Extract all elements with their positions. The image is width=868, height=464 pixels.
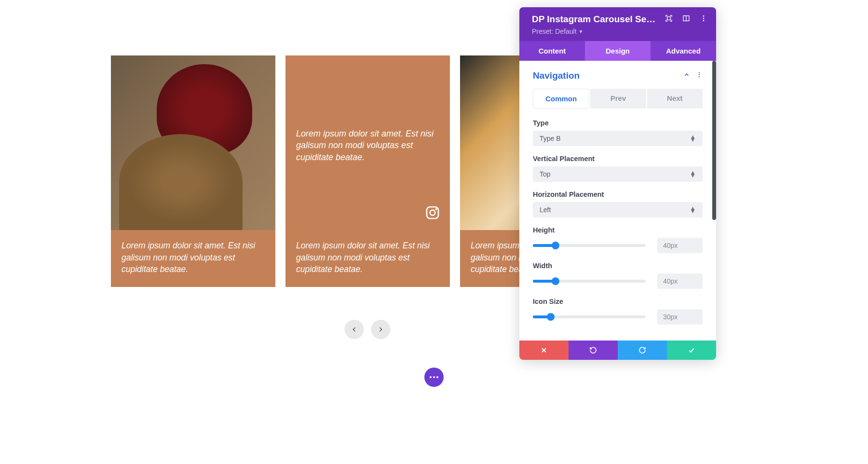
select-value: Type B xyxy=(540,135,561,142)
select-value: Top xyxy=(540,170,551,178)
tab-advanced[interactable]: Advanced xyxy=(651,41,716,61)
icon-size-value[interactable]: 30px xyxy=(657,309,703,325)
height-slider[interactable] xyxy=(533,244,646,247)
section-title: Navigation xyxy=(533,70,580,81)
subtab-next[interactable]: Next xyxy=(647,89,703,109)
slider-thumb[interactable] xyxy=(552,277,559,285)
kebab-icon[interactable] xyxy=(696,71,703,80)
fab-more-button[interactable] xyxy=(424,368,444,387)
svg-point-1 xyxy=(430,210,435,216)
more-icon xyxy=(430,376,438,378)
overlay-caption: Lorem ipsum dolor sit amet. Est nisi gal… xyxy=(296,128,439,163)
card-caption: Lorem ipsum dolor sit amet. Est nisi gal… xyxy=(460,230,522,287)
prev-button[interactable] xyxy=(345,320,364,339)
field-type: Type Type B ▲▼ xyxy=(533,119,703,146)
columns-icon[interactable] xyxy=(682,14,690,24)
panel-footer xyxy=(519,341,716,360)
icon-size-slider[interactable] xyxy=(533,315,646,318)
svg-point-8 xyxy=(703,20,705,21)
horizontal-placement-select[interactable]: Left ▲▼ xyxy=(533,202,703,218)
field-label: Horizontal Placement xyxy=(533,191,703,198)
close-button[interactable] xyxy=(519,341,569,360)
panel-tabs: Content Design Advanced xyxy=(519,41,716,61)
next-button[interactable] xyxy=(371,320,391,339)
card-image-overlay: Lorem ipsum dolor sit amet. Est nisi gal… xyxy=(285,55,450,230)
caret-down-icon: ▼ xyxy=(579,29,583,34)
field-width: Width 40px xyxy=(533,262,703,289)
svg-point-11 xyxy=(699,76,700,77)
panel-title: DP Instagram Carousel Setti... xyxy=(532,14,658,25)
panel-body: Navigation Common Prev Next Type Type B … xyxy=(519,61,716,341)
card-caption: Lorem ipsum dolor sit amet. Est nisi gal… xyxy=(111,230,275,287)
carousel-card[interactable]: Lorem ipsum dolor sit amet. Est nisi gal… xyxy=(285,55,450,287)
carousel-nav xyxy=(345,320,391,339)
type-select[interactable]: Type B ▲▼ xyxy=(533,131,703,146)
card-image xyxy=(111,55,275,230)
height-value[interactable]: 40px xyxy=(657,238,703,253)
field-horizontal-placement: Horizontal Placement Left ▲▼ xyxy=(533,191,703,218)
tab-content[interactable]: Content xyxy=(519,41,585,61)
field-label: Width xyxy=(533,262,703,270)
field-vertical-placement: Vertical Placement Top ▲▼ xyxy=(533,155,703,182)
field-label: Vertical Placement xyxy=(533,155,703,163)
undo-button[interactable] xyxy=(569,341,618,360)
card-image xyxy=(460,55,522,230)
sort-icon: ▲▼ xyxy=(690,171,696,177)
subtab-prev[interactable]: Prev xyxy=(590,89,646,109)
svg-point-9 xyxy=(699,72,700,73)
sort-icon: ▲▼ xyxy=(690,207,696,213)
field-label: Icon Size xyxy=(533,298,703,305)
section-header[interactable]: Navigation xyxy=(533,70,703,81)
confirm-button[interactable] xyxy=(667,341,716,360)
slider-thumb[interactable] xyxy=(547,313,555,321)
redo-button[interactable] xyxy=(618,341,667,360)
slider-thumb[interactable] xyxy=(552,242,559,249)
kebab-icon[interactable] xyxy=(700,14,707,24)
field-label: Type xyxy=(533,119,703,127)
select-value: Left xyxy=(540,206,551,214)
field-height: Height 40px xyxy=(533,226,703,253)
settings-panel: DP Instagram Carousel Setti... Preset: D… xyxy=(519,7,716,360)
subtabs: Common Prev Next xyxy=(533,89,703,109)
sort-icon: ▲▼ xyxy=(690,136,696,142)
carousel-card[interactable]: Lorem ipsum dolor sit amet. Est nisi gal… xyxy=(111,55,275,287)
tab-design[interactable]: Design xyxy=(585,41,651,61)
panel-header[interactable]: DP Instagram Carousel Setti... Preset: D… xyxy=(519,7,716,41)
instagram-icon xyxy=(425,205,440,220)
width-value[interactable]: 40px xyxy=(657,273,703,289)
field-label: Height xyxy=(533,226,703,234)
scrollbar[interactable] xyxy=(712,61,716,220)
field-icon-size: Icon Size 30px xyxy=(533,298,703,325)
svg-point-2 xyxy=(436,209,436,209)
svg-rect-3 xyxy=(667,17,671,20)
svg-point-6 xyxy=(703,15,705,17)
chevron-up-icon[interactable] xyxy=(683,71,690,80)
vertical-placement-select[interactable]: Top ▲▼ xyxy=(533,166,703,182)
width-slider[interactable] xyxy=(533,280,646,283)
svg-point-10 xyxy=(699,74,700,75)
preset-label: Preset: Default xyxy=(532,27,577,35)
carousel-card[interactable]: Lorem ipsum dolor sit amet. Est nisi gal… xyxy=(460,55,522,287)
preset-selector[interactable]: Preset: Default ▼ xyxy=(532,27,707,35)
card-caption: Lorem ipsum dolor sit amet. Est nisi gal… xyxy=(285,230,450,287)
expand-icon[interactable] xyxy=(665,14,673,24)
svg-point-7 xyxy=(703,18,705,19)
subtab-common[interactable]: Common xyxy=(533,89,589,109)
